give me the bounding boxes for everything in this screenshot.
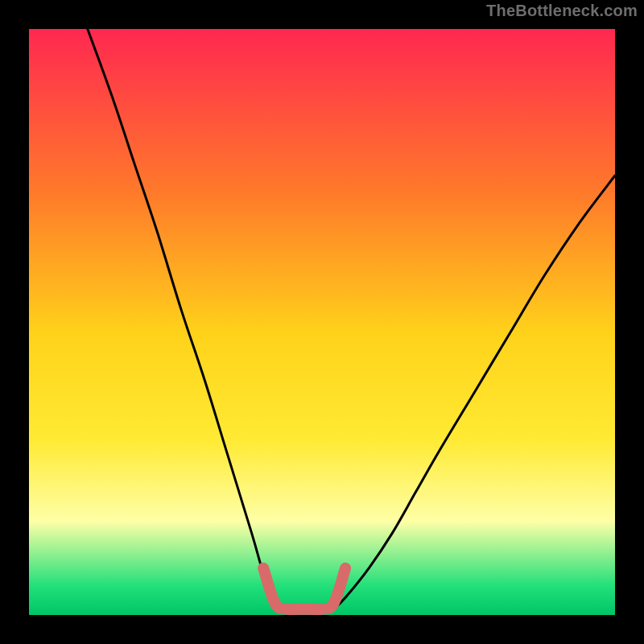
gradient-background (29, 29, 615, 615)
plot-area (29, 29, 615, 615)
plot-svg (29, 29, 615, 615)
chart-canvas: TheBottleneck.com (0, 0, 644, 644)
watermark-text: TheBottleneck.com (486, 2, 638, 20)
